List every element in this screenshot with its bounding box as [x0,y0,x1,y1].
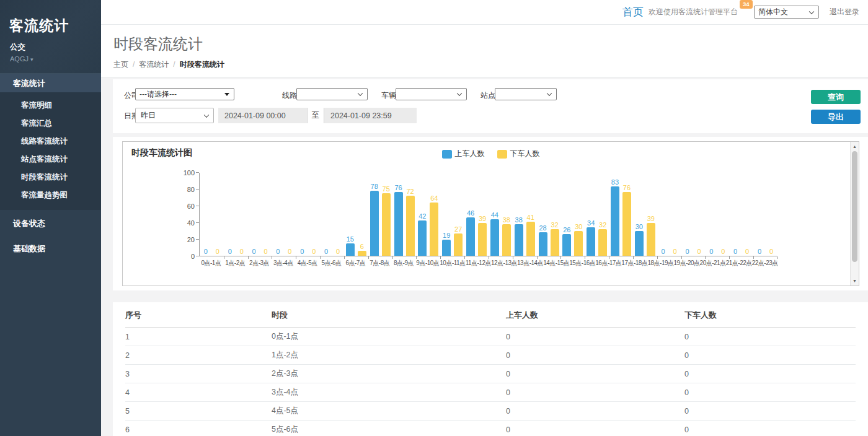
x-tick-cell: 9点-10点 [415,259,440,268]
table-row: 32点-3点00 [125,365,856,383]
date-preset-select[interactable]: 昨日 [135,108,214,123]
bar-column: 75 [382,185,391,256]
bar-column: 46 [466,209,475,256]
org-code-dropdown[interactable]: AQGJ▾ [10,55,101,63]
bar-column: 30 [574,223,583,256]
date-start-input[interactable]: 2024-01-09 00:00 [218,108,307,123]
x-tick-cell: 16点-17点 [595,259,621,268]
x-tick-label: 2点-3点 [249,259,269,268]
sidebar-item[interactable]: 基础数据 [0,237,101,261]
bar [598,229,607,256]
table-cell: 3点-4点 [272,383,506,402]
bar-value-label: 44 [491,211,498,219]
bar-column: 0 [707,248,715,256]
legend-label: 上车人数 [455,149,485,159]
x-tick-label: 14点-15点 [543,259,569,268]
x-tick-label: 13点-14点 [517,259,543,268]
table-cell: 0 [684,328,856,346]
x-tick-label: 10点-11点 [440,259,465,268]
chart-scrollbar[interactable]: ▲ ▼ [850,142,859,286]
chevron-down-icon [547,91,552,96]
x-axis-labels: 0点-1点1点-2点2点-3点3点-4点4点-5点5点-6点6点-7点7点-8点… [199,259,777,268]
bar-chart: 020406080100 000000000000156787576724264… [199,173,777,256]
table-row: 43点-4点00 [125,383,856,402]
table-cell: 0 [684,402,856,421]
x-tick-label: 3点-4点 [273,259,293,268]
bar-column: 0 [334,248,342,256]
welcome-text: 欢迎使用客流统计管理平台 [649,7,738,17]
chart-container: 时段车流统计图 上车人数下车人数 020406080100 0000000000… [122,141,859,286]
bar-column: 0 [755,248,764,256]
bar-value-label: 32 [599,221,606,229]
table-cell: 0 [684,421,856,436]
bar-value-label: 0 [697,248,701,255]
export-button[interactable]: 导出 [811,110,861,124]
bar [515,224,523,256]
scroll-thumb[interactable] [852,151,857,262]
x-tick-cell: 19点-20点 [674,259,700,268]
x-tick-label: 15点-16点 [569,259,595,268]
bar-value-label: 38 [515,216,523,224]
table-cell: 4点-5点 [272,402,506,421]
bar-value-label: 72 [406,188,414,195]
breadcrumb-item[interactable]: 主页 [113,60,128,69]
language-select[interactable]: 简体中文 [754,6,819,19]
station-select[interactable] [495,88,557,100]
home-link[interactable]: 首页 [622,5,644,19]
y-tick-label: 100 [176,169,195,177]
x-tick-cell: 7点-8点 [368,259,392,268]
table-cell: 2点-3点 [272,365,506,383]
bar-group: 4639 [464,173,489,256]
bar-column: 41 [526,214,535,256]
sidebar-nav: 客流统计 客流明细客流汇总线路客流统计站点客流统计时段客流统计客流量趋势图 设备… [0,73,101,261]
bar-group: 00 [729,173,753,256]
breadcrumb-item[interactable]: 客流统计 [139,60,169,69]
table-cell: 0 [684,365,856,383]
legend-swatch [497,150,507,159]
main-area: 首页 欢迎使用客流统计管理平台 34 简体中文 退出登录 时段客流统计 主页/客… [101,0,868,436]
scroll-up-icon[interactable]: ▲ [851,144,859,149]
bar [587,227,595,256]
x-tick-label: 17点-18点 [621,259,647,268]
bar [430,203,438,256]
bar-value-label: 15 [347,235,354,243]
bar-column: 44 [490,211,499,256]
sidebar-item-passenger-stats[interactable]: 客流统计 [0,73,101,92]
sidebar-subitem[interactable]: 客流明细 [0,97,101,115]
sidebar-subitem[interactable]: 站点客流统计 [0,150,101,168]
x-tick-label: 1点-2点 [225,259,245,268]
x-tick-label: 22点-23点 [752,259,778,268]
bar-value-label: 19 [443,232,450,239]
y-tick-label: 0 [176,253,195,260]
table-cell: 6 [125,421,272,436]
vehicle-select[interactable] [396,88,467,100]
bar-value-label: 46 [467,209,474,217]
bar-value-label: 0 [216,248,219,255]
sidebar-subitem[interactable]: 时段客流统计 [0,168,101,186]
scroll-down-icon[interactable]: ▼ [851,279,859,283]
bar-group: 00 [272,173,296,256]
bar-column: 0 [237,248,246,256]
chevron-down-icon [809,9,814,14]
line-select[interactable] [296,88,368,100]
company-select[interactable]: ---请选择--- [135,88,234,100]
x-tick-cell: 6点-7点 [343,259,368,268]
sidebar-subitem[interactable]: 线路客流统计 [0,133,101,150]
sidebar-item[interactable]: 设备状态 [0,212,101,235]
x-tick-cell: 22点-23点 [752,259,778,268]
sidebar-subitem[interactable]: 客流汇总 [0,115,101,133]
bar-value-label: 41 [527,214,534,221]
logout-link[interactable]: 退出登录 [830,7,859,17]
bar-value-label: 0 [228,248,232,255]
sidebar: 客流统计 公交 AQGJ▾ 客流统计 客流明细客流汇总线路客流统计站点客流统计时… [0,0,101,436]
bar-group: 3432 [585,173,609,256]
bar [574,231,583,256]
x-tick-cell: 4点-5点 [295,259,319,268]
query-button[interactable]: 查询 [811,90,861,104]
table-panel: 序号时段上车人数下车人数 10点-1点0021点-2点0032点-3点0043点… [113,302,868,436]
sidebar-subitem[interactable]: 客流量趋势图 [0,186,101,204]
date-end-input[interactable]: 2024-01-09 23:59 [324,108,417,123]
bar-value-label: 0 [264,248,268,255]
top-header: 首页 欢迎使用客流统计管理平台 34 简体中文 退出登录 [101,0,868,25]
x-tick-label: 0点-1点 [201,259,221,268]
